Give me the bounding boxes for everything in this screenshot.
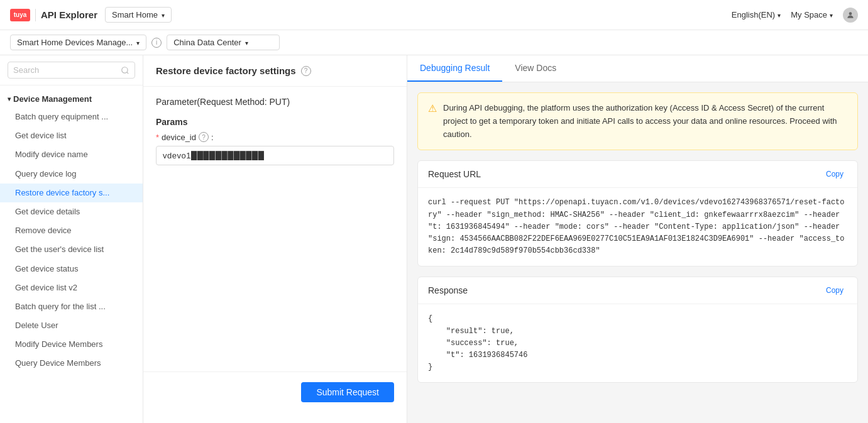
section-label: Smart Home Devices Manage... xyxy=(17,38,133,47)
logo-area: tuya API Explorer xyxy=(10,9,97,21)
data-center-select[interactable]: China Data Center xyxy=(167,35,280,50)
sidebar-item-10[interactable]: Batch query for the list ... xyxy=(0,297,143,316)
response-header: Response Copy xyxy=(418,277,857,304)
sidebar-item-9[interactable]: Get device list v2 xyxy=(0,278,143,297)
language-chevron xyxy=(777,10,781,19)
request-url-title: Request URL xyxy=(428,169,481,179)
sidebar-item-12[interactable]: Modify Device Members xyxy=(0,335,143,354)
device-id-field: * device_id ? : xyxy=(156,132,394,165)
request-url-header: Request URL Copy xyxy=(418,161,857,188)
field-help-icon[interactable]: ? xyxy=(199,132,209,142)
params-title: Params xyxy=(156,117,394,127)
svg-point-1 xyxy=(122,67,128,72)
sidebar-item-3[interactable]: Query device log xyxy=(0,165,143,184)
response-content: { "result": true, "success": true, "t": … xyxy=(428,313,847,373)
my-space-label: My Space xyxy=(791,10,827,19)
sub-nav: Smart Home Devices Manage... i China Dat… xyxy=(0,30,868,55)
chevron-icon: ▾ xyxy=(8,96,11,102)
product-select-label: Smart Home xyxy=(112,10,158,19)
response-title: Response xyxy=(428,285,468,295)
app-title: API Explorer xyxy=(41,9,97,20)
search-input[interactable]: Search xyxy=(8,62,135,79)
right-tabs: Debugging Result View Docs xyxy=(407,55,868,82)
sidebar-item-4[interactable]: Restore device factory s... xyxy=(0,184,143,202)
language-label: English(EN) xyxy=(732,10,775,19)
top-nav: tuya API Explorer Smart Home English(EN)… xyxy=(0,0,868,30)
data-center-label: China Data Center xyxy=(173,38,241,47)
search-icon xyxy=(121,66,129,75)
response-copy-button[interactable]: Copy xyxy=(822,285,847,296)
logo-text: tuya xyxy=(14,11,27,18)
sidebar-item-6[interactable]: Remove device xyxy=(0,221,143,240)
sidebar-group-device-management[interactable]: ▾ Device Management xyxy=(0,91,143,107)
request-url-copy-button[interactable]: Copy xyxy=(822,168,847,180)
field-name: device_id xyxy=(162,133,196,142)
group-label: Device Management xyxy=(13,94,92,104)
request-url-content: curl --request PUT "https://openapi.tuya… xyxy=(428,197,847,257)
center-panel: Restore device factory settings ? Parame… xyxy=(143,55,407,423)
section-select[interactable]: Smart Home Devices Manage... xyxy=(10,35,146,50)
sidebar: Search ▾ Device Management Batch query e… xyxy=(0,55,143,423)
product-select-chevron xyxy=(162,10,165,19)
sidebar-item-0[interactable]: Batch query equipment ... xyxy=(0,107,143,126)
field-label: * device_id ? : xyxy=(156,132,394,142)
response-card: Response Copy { "result": true, "success… xyxy=(417,277,858,383)
request-url-card: Request URL Copy curl --request PUT "htt… xyxy=(417,160,858,266)
sidebar-item-7[interactable]: Get the user's device list xyxy=(0,240,143,259)
language-select[interactable]: English(EN) xyxy=(732,10,781,19)
response-body: { "result": true, "success": true, "t": … xyxy=(418,304,857,382)
tab-view-docs[interactable]: View Docs xyxy=(502,55,569,82)
right-content: ⚠ During API debugging, the platform use… xyxy=(407,82,868,403)
svg-line-2 xyxy=(127,72,129,74)
sidebar-item-5[interactable]: Get device details xyxy=(0,202,143,221)
sidebar-item-1[interactable]: Get device list xyxy=(0,126,143,145)
user-avatar[interactable] xyxy=(843,8,858,23)
sidebar-items: Batch query equipment ...Get device list… xyxy=(0,107,143,373)
device-id-input[interactable] xyxy=(156,146,394,165)
request-url-body: curl --request PUT "https://openapi.tuya… xyxy=(418,188,857,266)
params-section: Parameter(Request Method: PUT) Params * … xyxy=(143,87,407,183)
product-select[interactable]: Smart Home xyxy=(105,7,172,23)
sidebar-item-8[interactable]: Get device status xyxy=(0,260,143,278)
sidebar-item-13[interactable]: Query Device Members xyxy=(0,354,143,373)
search-box: Search xyxy=(0,55,143,85)
sidebar-item-11[interactable]: Delete User xyxy=(0,316,143,335)
help-icon[interactable]: ? xyxy=(301,66,311,76)
warning-box: ⚠ During API debugging, the platform use… xyxy=(417,92,858,150)
main-layout: Search ▾ Device Management Batch query e… xyxy=(0,55,868,423)
data-center-chevron xyxy=(245,38,248,47)
my-space-chevron xyxy=(830,10,833,19)
submit-button[interactable]: Submit Request xyxy=(301,382,394,402)
center-header: Restore device factory settings ? xyxy=(143,55,407,87)
top-nav-right: English(EN) My Space xyxy=(732,8,858,23)
logo-icon: tuya xyxy=(10,9,30,21)
method-label: Parameter(Request Method: PUT) xyxy=(156,97,394,107)
submit-area: Submit Request xyxy=(143,371,407,412)
warning-text: During API debugging, the platform uses … xyxy=(443,102,847,141)
my-space-button[interactable]: My Space xyxy=(791,10,833,19)
sidebar-section: ▾ Device Management Batch query equipmen… xyxy=(0,85,143,378)
tab-debugging-result[interactable]: Debugging Result xyxy=(407,55,502,82)
sidebar-item-2[interactable]: Modify device name xyxy=(0,145,143,164)
nav-divider xyxy=(35,9,36,21)
right-panel: Debugging Result View Docs ⚠ During API … xyxy=(407,55,868,423)
field-colon: : xyxy=(211,133,214,142)
warning-icon: ⚠ xyxy=(428,102,437,141)
center-title: Restore device factory settings xyxy=(156,65,296,76)
section-chevron xyxy=(136,38,140,47)
info-icon[interactable]: i xyxy=(151,38,162,48)
required-star: * xyxy=(156,133,159,142)
search-placeholder: Search xyxy=(13,65,39,75)
svg-point-0 xyxy=(849,12,852,15)
